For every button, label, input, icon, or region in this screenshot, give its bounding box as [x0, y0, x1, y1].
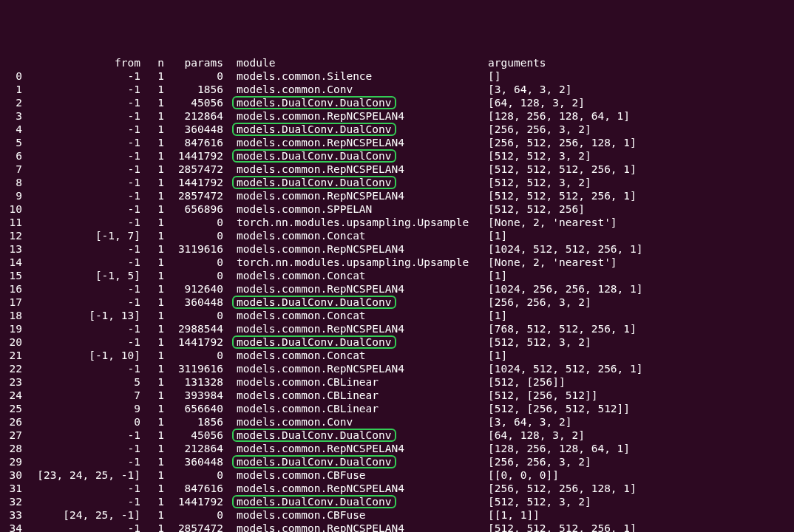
- table-row: 13-113119616models.common.RepNCSPELAN4[1…: [4, 242, 790, 256]
- row-idx: 12: [4, 229, 22, 242]
- table-row: 2351131328models.common.CBLinear[512, [2…: [4, 375, 790, 389]
- row-idx: 32: [4, 495, 22, 508]
- row-module: models.common.RepNCSPELAN4: [223, 242, 488, 256]
- row-params: 656640: [164, 402, 223, 415]
- row-params: 131328: [164, 375, 223, 389]
- row-params: 212864: [164, 442, 223, 455]
- row-module: models.common.Concat: [223, 229, 488, 242]
- highlight-box: models.DualConv.DualConv: [232, 429, 396, 442]
- row-from: [-1, 10]: [22, 349, 140, 362]
- table-row: 19-112988544models.common.RepNCSPELAN4[7…: [4, 322, 790, 335]
- row-module: models.common.Concat: [223, 309, 488, 322]
- table-row: 15[-1, 5]10models.common.Concat[1]: [4, 269, 790, 282]
- row-from: -1: [22, 522, 140, 532]
- table-row: 18[-1, 13]10models.common.Concat[1]: [4, 309, 790, 322]
- row-params: 0: [164, 269, 223, 282]
- row-from: -1: [22, 109, 140, 123]
- row-idx: 18: [4, 309, 22, 322]
- table-row: 21[-1, 10]10models.common.Concat[1]: [4, 349, 790, 362]
- row-from: -1: [22, 189, 140, 202]
- row-idx: 27: [4, 429, 22, 442]
- row-args: [1024, 256, 256, 128, 1]: [488, 282, 643, 296]
- row-args: [768, 512, 512, 256, 1]: [488, 322, 637, 335]
- row-args: [128, 256, 128, 64, 1]: [488, 109, 630, 123]
- row-args: [3, 64, 3, 2]: [488, 83, 572, 96]
- header-n: n: [140, 56, 164, 69]
- row-idx: 25: [4, 402, 22, 415]
- row-from: -1: [22, 362, 140, 375]
- row-module: models.common.Silence: [223, 69, 488, 83]
- row-idx: 7: [4, 163, 22, 176]
- row-args: [128, 256, 128, 64, 1]: [488, 442, 630, 455]
- row-params: 847616: [164, 136, 223, 149]
- row-idx: 28: [4, 442, 22, 455]
- row-module: models.common.CBLinear: [223, 389, 488, 402]
- row-idx: 29: [4, 455, 22, 468]
- row-idx: 14: [4, 256, 22, 269]
- row-idx: 30: [4, 468, 22, 482]
- row-from: -1: [22, 455, 140, 468]
- table-row: 14-110torch.nn.modules.upsampling.Upsamp…: [4, 256, 790, 269]
- row-from: [-1, 7]: [22, 229, 140, 242]
- row-module: models.DualConv.DualConv: [223, 429, 488, 442]
- table-row: 2591656640models.common.CBLinear[512, [2…: [4, 402, 790, 415]
- table-row: 4-11360448models.DualConv.DualConv[256, …: [4, 123, 790, 136]
- row-params: 0: [164, 468, 223, 482]
- row-module: models.DualConv.DualConv: [223, 455, 488, 468]
- table-row: 34-112857472models.common.RepNCSPELAN4[5…: [4, 522, 790, 532]
- row-args: [1]: [488, 309, 507, 322]
- row-from: -1: [22, 69, 140, 83]
- row-from: -1: [22, 242, 140, 256]
- row-args: [64, 128, 3, 2]: [488, 429, 585, 442]
- row-module: models.DualConv.DualConv: [223, 495, 488, 508]
- row-n: 1: [140, 482, 164, 495]
- row-from: -1: [22, 163, 140, 176]
- row-n: 1: [140, 468, 164, 482]
- table-row: 11-110torch.nn.modules.upsampling.Upsamp…: [4, 216, 790, 229]
- table-row: 10-11656896models.common.SPPELAN[512, 51…: [4, 202, 790, 216]
- row-params: 212864: [164, 109, 223, 123]
- row-params: 3119616: [164, 362, 223, 375]
- row-n: 1: [140, 269, 164, 282]
- row-module: models.DualConv.DualConv: [223, 176, 488, 189]
- row-args: [512, [256, 512]]: [488, 389, 597, 402]
- row-args: [1024, 512, 512, 256, 1]: [488, 362, 643, 375]
- row-params: 847616: [164, 482, 223, 495]
- row-args: [512, [256, 512, 512]]: [488, 402, 630, 415]
- row-params: 0: [164, 229, 223, 242]
- row-from: 0: [22, 415, 140, 429]
- table-row: 2471393984models.common.CBLinear[512, [2…: [4, 389, 790, 402]
- row-args: [1]: [488, 349, 507, 362]
- row-params: 45056: [164, 429, 223, 442]
- table-row: 26011856models.common.Conv[3, 64, 3, 2]: [4, 415, 790, 429]
- row-idx: 0: [4, 69, 22, 83]
- row-args: [3, 64, 3, 2]: [488, 415, 572, 429]
- row-module: models.common.Conv: [223, 83, 488, 96]
- table-row: 12[-1, 7]10models.common.Concat[1]: [4, 229, 790, 242]
- header-from: from: [22, 56, 140, 69]
- row-from: -1: [22, 429, 140, 442]
- table-row: 28-11212864models.common.RepNCSPELAN4[12…: [4, 442, 790, 455]
- table-row: 32-111441792models.DualConv.DualConv[512…: [4, 495, 790, 508]
- row-n: 1: [140, 96, 164, 109]
- row-from: -1: [22, 83, 140, 96]
- row-module: models.DualConv.DualConv: [223, 149, 488, 163]
- highlight-box: models.DualConv.DualConv: [232, 495, 396, 508]
- row-params: 1441792: [164, 149, 223, 163]
- row-from: [-1, 5]: [22, 269, 140, 282]
- highlight-box: models.DualConv.DualConv: [232, 335, 396, 349]
- row-module: models.common.RepNCSPELAN4: [223, 322, 488, 335]
- row-params: 2857472: [164, 189, 223, 202]
- row-module: models.common.RepNCSPELAN4: [223, 522, 488, 532]
- highlight-box: models.DualConv.DualConv: [232, 96, 396, 109]
- row-n: 1: [140, 322, 164, 335]
- row-module: torch.nn.modules.upsampling.Upsample: [223, 216, 488, 229]
- row-params: 360448: [164, 455, 223, 468]
- row-idx: 9: [4, 189, 22, 202]
- row-n: 1: [140, 136, 164, 149]
- row-args: [512, 512, 512, 256, 1]: [488, 189, 637, 202]
- table-row: 29-11360448models.DualConv.DualConv[256,…: [4, 455, 790, 468]
- row-params: 0: [164, 256, 223, 269]
- table-row: 5-11847616models.common.RepNCSPELAN4[256…: [4, 136, 790, 149]
- row-module: models.common.RepNCSPELAN4: [223, 109, 488, 123]
